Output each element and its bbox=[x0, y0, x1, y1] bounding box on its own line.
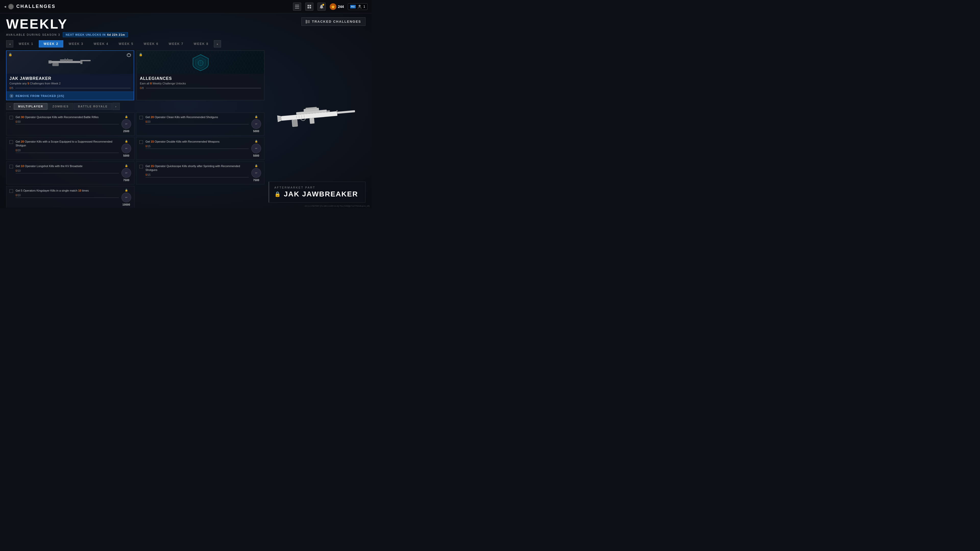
challenge-bar-7 bbox=[16, 197, 119, 198]
remove-from-tracked-button[interactable]: ✕ REMOVE FROM TRACKED [2/5] bbox=[6, 92, 134, 100]
week-tab-6[interactable]: WEEK 6 bbox=[139, 40, 163, 48]
svg-rect-14 bbox=[307, 22, 310, 23]
challenge-text-5: Get 10 Operator Longshot Kills with the … bbox=[16, 164, 119, 168]
challenge-progress-6: 0/15 bbox=[145, 173, 249, 176]
category-tab-prev-icon[interactable]: ◂ bbox=[6, 103, 13, 110]
svg-rect-19 bbox=[48, 60, 52, 64]
notification-dot bbox=[322, 4, 324, 6]
allegiances-progress-bar bbox=[146, 88, 261, 89]
challenge-item-5[interactable]: Get 10 Operator Longshot Kills with the … bbox=[6, 162, 135, 184]
challenge-info-5: Get 10 Operator Longshot Kills with the … bbox=[16, 164, 119, 173]
svg-rect-3 bbox=[295, 6, 299, 7]
challenge-lock-icon-6: 🔒 bbox=[255, 164, 258, 167]
svg-rect-6 bbox=[310, 5, 311, 6]
challenge-checkbox-4[interactable] bbox=[139, 140, 143, 144]
page-wrapper: ◂ CHALLENGES bbox=[0, 0, 372, 208]
challenge-item-2[interactable]: Get 20 Operator Clean Kills with Recomme… bbox=[136, 113, 264, 135]
xp-badge-4: XP bbox=[251, 144, 261, 153]
cat-tab-battle-royale[interactable]: BATTLE ROYALE bbox=[74, 103, 112, 110]
challenge-info-7: Get 5 Operators Kingslayer Kills in a si… bbox=[16, 189, 119, 198]
xp-amount-7: 10000 bbox=[123, 203, 130, 206]
nav-right: 244 R3 1 bbox=[293, 3, 368, 11]
tracked-challenges-button[interactable]: TRACKED CHALLENGES bbox=[301, 17, 366, 26]
challenge-item-6[interactable]: Get 15 Operator Quickscope Kills shortly… bbox=[136, 162, 264, 184]
week-tab-next-icon[interactable]: ▸ bbox=[214, 40, 221, 48]
challenge-lock-icon-1: 🔒 bbox=[125, 115, 128, 118]
week-tab-8[interactable]: WEEK 8 bbox=[189, 40, 213, 48]
category-tab-next-icon[interactable]: ▸ bbox=[113, 103, 120, 110]
svg-rect-7 bbox=[307, 7, 309, 8]
currency-icon bbox=[330, 3, 336, 10]
week-tab-2[interactable]: WEEK 2 bbox=[39, 40, 63, 48]
xp-amount-4: 5000 bbox=[253, 154, 259, 157]
xp-badge-5: XP bbox=[121, 168, 131, 178]
challenge-checkbox-1[interactable] bbox=[10, 116, 13, 119]
challenge-checkbox-7[interactable] bbox=[10, 189, 13, 193]
left-panel: 🔒 bbox=[6, 51, 264, 208]
right-panel: AFTERMARKET PART 🔒 JAK JAWBREAKER bbox=[269, 51, 366, 208]
challenge-right-4: 🔒 XP 5000 bbox=[251, 140, 261, 157]
xp-badge-3: XP bbox=[121, 144, 131, 153]
weapon-info-box: AFTERMARKET PART 🔒 JAK JAWBREAKER bbox=[269, 182, 366, 203]
week-tab-7[interactable]: WEEK 7 bbox=[164, 40, 188, 48]
allegiances-progress: 0/8 bbox=[140, 86, 261, 89]
week-tab-5[interactable]: WEEK 5 bbox=[114, 40, 138, 48]
challenge-info-1: Get 30 Operator Quickscope Kills with Re… bbox=[16, 115, 119, 124]
cat-tab-zombies[interactable]: ZOMBIES bbox=[48, 103, 73, 110]
challenge-right-6: 🔒 XP 7500 bbox=[251, 164, 261, 182]
challenge-checkbox-5[interactable] bbox=[10, 165, 13, 168]
challenge-lock-icon-7: 🔒 bbox=[125, 189, 128, 192]
challenge-progress-4: 0/15 bbox=[145, 145, 249, 148]
weapon-name-display: 🔒 JAK JAWBREAKER bbox=[274, 190, 360, 198]
svg-rect-12 bbox=[307, 21, 310, 21]
svg-rect-13 bbox=[307, 21, 310, 22]
challenge-item-3[interactable]: Get 20 Operator Kills with a Scope Equip… bbox=[6, 137, 135, 160]
challenge-right-1: 🔒 XP 2500 bbox=[121, 115, 131, 133]
allegiances-card-image: 🔒 bbox=[137, 51, 264, 74]
week-tab-3[interactable]: WEEK 3 bbox=[64, 40, 88, 48]
xp-badge-7: XP bbox=[121, 192, 131, 202]
svg-point-1 bbox=[11, 6, 11, 7]
svg-rect-34 bbox=[327, 110, 330, 112]
svg-rect-4 bbox=[295, 8, 299, 8]
svg-rect-25 bbox=[337, 110, 355, 114]
challenge-right-3: 🔒 XP 5000 bbox=[121, 140, 131, 157]
xp-amount-2: 5000 bbox=[253, 130, 259, 133]
jak-jawbreaker-card[interactable]: 🔒 bbox=[6, 51, 134, 100]
week-tab-1[interactable]: WEEK 1 bbox=[14, 40, 38, 48]
category-tabs: ◂ MULTIPLAYER ZOMBIES BATTLE ROYALE ▸ bbox=[6, 103, 264, 110]
challenge-item-4[interactable]: Get 15 Operator Double Kills with Recomm… bbox=[136, 137, 264, 160]
weekly-sub: AVAILABLE DURING SEASON 3 NEXT WEEK UNLO… bbox=[6, 32, 128, 37]
allegiances-lock-icon: 🔒 bbox=[139, 53, 143, 56]
grid-icon-button[interactable] bbox=[305, 3, 313, 11]
cat-tab-multiplayer[interactable]: MULTIPLAYER bbox=[14, 103, 48, 110]
svg-rect-11 bbox=[306, 20, 307, 24]
challenge-info-3: Get 20 Operator Kills with a Scope Equip… bbox=[16, 140, 119, 153]
challenge-checkbox-3[interactable] bbox=[10, 140, 13, 144]
challenge-item-7[interactable]: Get 5 Operators Kingslayer Kills in a si… bbox=[6, 186, 135, 208]
week-tab-4[interactable]: WEEK 4 bbox=[89, 40, 113, 48]
rank-badge: R3 bbox=[350, 5, 356, 8]
challenge-checkbox-2[interactable] bbox=[139, 116, 143, 119]
main-content: 🔒 bbox=[0, 51, 372, 208]
xp-badge-1: XP bbox=[121, 119, 131, 129]
svg-rect-21 bbox=[65, 59, 65, 61]
challenge-text-7: Get 5 Operators Kingslayer Kills in a si… bbox=[16, 189, 119, 192]
svg-point-10 bbox=[359, 5, 361, 7]
week-tab-prev-icon[interactable]: ◂ bbox=[6, 40, 13, 48]
week-tabs: ◂ WEEK 1 WEEK 2 WEEK 3 WEEK 4 WEEK 5 WEE… bbox=[0, 40, 372, 48]
jak-jawbreaker-card-image: 🔒 bbox=[6, 51, 134, 74]
allegiances-card[interactable]: 🔒 ALLEGIANCES Earn all 8 Weekly Challen bbox=[137, 51, 264, 100]
challenge-item-1[interactable]: Get 30 Operator Quickscope Kills with Re… bbox=[6, 113, 135, 135]
challenge-bar-2 bbox=[145, 124, 249, 124]
challenge-checkbox-6[interactable] bbox=[139, 165, 143, 168]
challenge-progress-3: 0/20 bbox=[16, 149, 119, 152]
notifications-button[interactable] bbox=[318, 3, 326, 11]
back-arrow-icon[interactable]: ◂ bbox=[4, 4, 6, 9]
challenge-bar-5 bbox=[16, 173, 119, 173]
menu-icon-button[interactable] bbox=[293, 3, 301, 11]
debug-text: 10.11.17927567 [71:196:11185+11:A] Tho [… bbox=[304, 205, 369, 207]
jak-jawbreaker-card-body: JAK JAWBREAKER Complete any 5 Challenges… bbox=[6, 74, 134, 92]
page-title: CHALLENGES bbox=[16, 4, 56, 9]
nav-back[interactable]: ◂ bbox=[4, 4, 14, 10]
